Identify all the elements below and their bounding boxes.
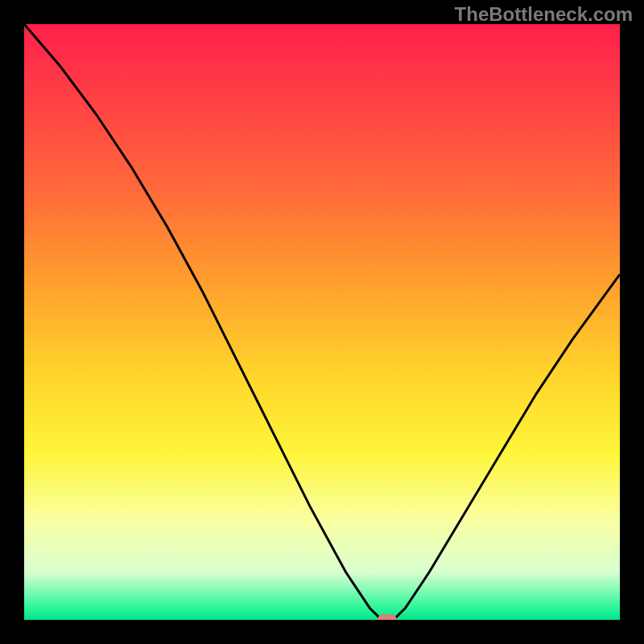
watermark-text: TheBottleneck.com	[455, 3, 633, 26]
plot-area	[24, 24, 620, 620]
chart-container	[0, 0, 644, 644]
optimal-point-marker	[378, 614, 397, 620]
bottleneck-curve-path	[24, 24, 620, 620]
bottleneck-curve	[24, 24, 620, 620]
